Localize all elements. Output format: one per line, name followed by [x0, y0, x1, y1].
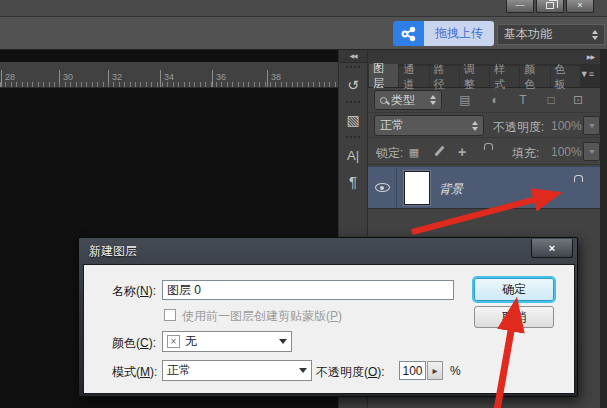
restore-button[interactable]: [536, 0, 564, 13]
dock-gripper: [346, 66, 360, 70]
ruler-tick-label: 32: [112, 72, 122, 82]
paragraph-panel-icon[interactable]: ¶: [339, 168, 367, 194]
clipping-mask-checkbox[interactable]: [164, 309, 176, 321]
close-button[interactable]: ×: [566, 0, 594, 13]
opacity-dropdown[interactable]: [583, 116, 600, 135]
opacity-scrubber-button[interactable]: ▸: [427, 361, 443, 380]
tab-paths[interactable]: 路径: [430, 66, 459, 87]
lock-position-icon[interactable]: +: [454, 144, 470, 160]
layer-name-input[interactable]: [162, 280, 454, 300]
tab-layers[interactable]: 图层: [369, 64, 398, 87]
blend-mode-select[interactable]: 正常: [374, 115, 484, 136]
drag-upload-badge[interactable]: 拖拽上传: [393, 21, 494, 46]
lock-image-pixels-icon[interactable]: [434, 146, 444, 157]
ruler-tick: [59, 70, 60, 87]
cancel-button[interactable]: 取消: [474, 306, 554, 328]
percent-sign: %: [450, 364, 461, 378]
ruler-tick-label: 38: [271, 72, 281, 82]
color-select[interactable]: × 无: [162, 331, 292, 352]
dialog-opacity-input[interactable]: [399, 361, 426, 380]
ok-button[interactable]: 确定: [474, 278, 554, 301]
fill-label: 填充:: [512, 145, 539, 162]
close-icon: ×: [549, 242, 555, 254]
lock-label: 锁定:: [376, 145, 403, 162]
updown-icon: [430, 95, 436, 105]
horizontal-ruler: 28 30 32 34 36 38: [0, 62, 338, 88]
new-layer-dialog: 新建图层 × 名称(N): 确定 使用前一图层创建剪贴蒙版(P) 取消 颜色(C…: [78, 237, 578, 397]
panel-tab-bar: 图层 通道 路径 调整 样式 颜色 色板 ▼≡: [368, 64, 600, 88]
ruler-tick-label: 36: [216, 72, 226, 82]
lock-row: 锁定: ▦ + 填充: 100%: [368, 139, 600, 165]
fill-value: 100%: [551, 145, 582, 159]
ruler-tick: [160, 70, 161, 87]
workspace-value: 基本功能: [504, 26, 552, 43]
opacity-label: 不透明度:: [493, 119, 544, 136]
tab-color[interactable]: 颜色: [520, 66, 549, 87]
filter-adjustment-layers-icon[interactable]: ◐: [486, 92, 504, 109]
minimize-button[interactable]: —: [506, 0, 534, 13]
layer-thumbnail[interactable]: [404, 171, 430, 205]
ruler-tick-label: 28: [5, 72, 15, 82]
workspace-select[interactable]: 基本功能: [497, 24, 605, 45]
panel-menu-icon[interactable]: ▼≡: [580, 64, 600, 87]
dropdown-arrow-icon: [299, 368, 307, 373]
opacity-value: 100%: [551, 119, 582, 133]
dialog-title: 新建图层: [89, 243, 137, 260]
name-label: 名称(N):: [112, 283, 156, 300]
background-layer-row[interactable]: 背景: [368, 166, 600, 209]
collapse-panels-button[interactable]: ◀◀: [339, 50, 367, 63]
cloud-drive-icon: [393, 21, 424, 46]
tab-styles[interactable]: 样式: [490, 66, 519, 87]
ruler-tick-label: 30: [63, 72, 73, 82]
search-icon: [380, 97, 387, 104]
lock-transparent-pixels-icon[interactable]: ▦: [406, 144, 422, 160]
blend-mode-value: 正常: [380, 117, 404, 134]
tab-swatches[interactable]: 色板: [551, 66, 580, 87]
ruler-tick: [1, 70, 2, 87]
dock-gripper: [346, 101, 360, 105]
dropdown-arrow-icon: [279, 339, 287, 344]
layer-visibility-cell[interactable]: [368, 167, 397, 208]
mode-select[interactable]: 正常: [162, 360, 312, 381]
dialog-content: 名称(N): 确定 使用前一图层创建剪贴蒙版(P) 取消 颜色(C): × 无 …: [83, 264, 575, 394]
dialog-close-button[interactable]: ×: [531, 239, 573, 258]
ruler-tick: [267, 70, 268, 87]
ruler-tick-label: 34: [164, 72, 174, 82]
dialog-opacity-label: 不透明度(O):: [316, 364, 385, 381]
clipping-mask-label: 使用前一图层创建剪贴蒙版(P): [182, 308, 342, 325]
upload-label: 拖拽上传: [424, 21, 494, 46]
history-icon[interactable]: ↺: [339, 72, 367, 98]
filter-pixel-layers-icon[interactable]: ▤: [456, 92, 474, 109]
blend-mode-row: 正常 不透明度: 100%: [368, 113, 600, 138]
restore-icon: [546, 2, 554, 9]
photoshop-window: — × 拖拽上传 基本功能 28 30 32 34: [0, 0, 607, 408]
filter-shape-layers-icon[interactable]: □: [542, 92, 560, 109]
ruler-tick: [108, 70, 109, 87]
color-none-icon: ×: [167, 335, 180, 348]
updown-icon: [592, 30, 598, 40]
color-value: 无: [185, 333, 197, 350]
minimize-icon: —: [516, 0, 525, 10]
tab-channels[interactable]: 通道: [399, 66, 428, 87]
updown-icon: [472, 121, 478, 131]
mode-value: 正常: [167, 362, 191, 379]
layer-filter-row: 类型 ▤ ◐ T □ ⊡: [368, 88, 600, 113]
fill-dropdown[interactable]: [583, 142, 600, 161]
color-label: 颜色(C):: [112, 335, 156, 352]
materials-icon[interactable]: ▧: [339, 107, 367, 133]
character-panel-icon[interactable]: A|: [339, 142, 367, 168]
layer-name: 背景: [439, 181, 463, 198]
close-icon: ×: [577, 0, 582, 10]
filter-kind-value: 类型: [391, 92, 415, 109]
filter-type-layers-icon[interactable]: T: [514, 92, 532, 109]
panel-edge-strip: [600, 50, 607, 408]
eye-icon: [375, 183, 390, 192]
filter-kind-select[interactable]: 类型: [374, 90, 442, 110]
ruler-tick: [212, 70, 213, 87]
dock-gripper: [346, 136, 360, 140]
mode-label: 模式(M):: [112, 364, 157, 381]
tab-adjustments[interactable]: 调整: [460, 66, 489, 87]
filter-smart-objects-icon[interactable]: ⊡: [569, 92, 587, 109]
